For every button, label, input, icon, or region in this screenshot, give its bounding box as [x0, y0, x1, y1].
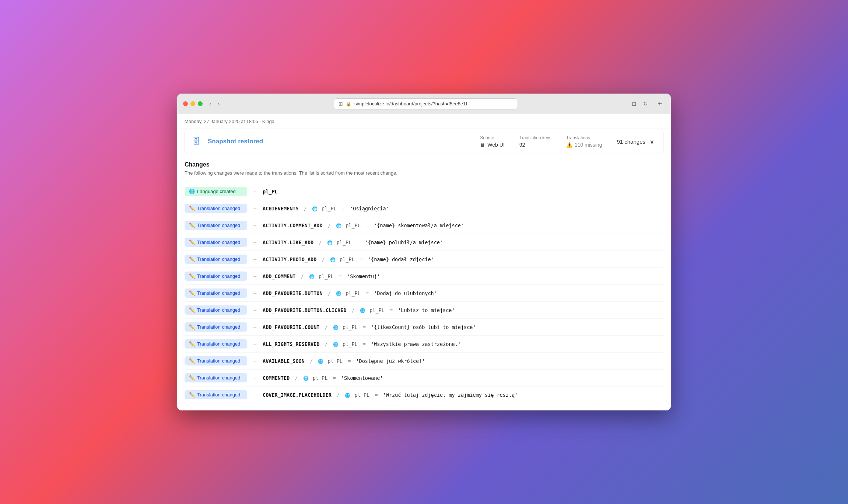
- list-item: ✏️ Translation changed → ACHIEVEMENTS / …: [185, 200, 663, 217]
- arrow-separator: →: [252, 324, 257, 330]
- edit-icon: ✏️: [189, 307, 195, 313]
- nav-buttons: ‹ ›: [207, 100, 222, 108]
- list-item: ✏️ Translation changed → ACTIVITY.PHOTO_…: [185, 251, 663, 268]
- list-item: ✏️ Translation changed → ADD_COMMENT / 🌐…: [185, 268, 663, 285]
- lock-icon: 🔒: [346, 101, 351, 106]
- address-bar[interactable]: ⊞ 🔒 simplelocalize.io/dashboard/projects…: [334, 98, 518, 109]
- list-item: ✏️ Translation changed → COMMENTED / 🌐 p…: [185, 370, 663, 386]
- snapshot-title: Snapshot restored: [208, 138, 473, 145]
- arrow-separator: →: [252, 189, 257, 195]
- list-item: ✏️ Translation changed → ADD_FAVOURITE.B…: [185, 302, 663, 319]
- refresh-button[interactable]: ↻: [641, 99, 650, 109]
- globe-icon: 🌐: [327, 240, 333, 245]
- changes-title: Changes: [185, 161, 663, 168]
- edit-icon: ✏️: [189, 290, 195, 296]
- change-detail: COMMENTED / 🌐 pl_PL = 'Skomentowane': [263, 375, 383, 381]
- edit-icon: ✏️: [189, 324, 195, 330]
- expand-button[interactable]: ∨: [648, 137, 656, 147]
- translation-changed-badge: ✏️ Translation changed: [185, 221, 247, 230]
- new-tab-button[interactable]: +: [655, 98, 665, 109]
- change-detail: ADD_FAVOURITE.COUNT / 🌐 pl_PL = '{likesC…: [263, 324, 476, 330]
- globe-icon: 🌐: [345, 393, 350, 398]
- arrow-separator: →: [252, 307, 257, 313]
- arrow-separator: →: [252, 358, 257, 364]
- warning-icon: ⚠️: [566, 142, 572, 148]
- change-detail: ACTIVITY.LIKE_ADD / 🌐 pl_PL = '{name} po…: [263, 239, 443, 245]
- globe-icon: 🌐: [312, 206, 318, 211]
- change-detail: AVAILABLE_SOON / 🌐 pl_PL = 'Dostępne już…: [263, 358, 425, 364]
- globe-icon: 🌐: [303, 376, 309, 381]
- translation-changed-badge: ✏️ Translation changed: [185, 272, 247, 281]
- arrow-separator: →: [252, 341, 257, 347]
- maximize-button[interactable]: [198, 101, 203, 106]
- edit-icon: ✏️: [189, 239, 195, 245]
- translation-changed-badge: ✏️ Translation changed: [185, 238, 247, 247]
- translations-section: Translations ⚠️ 110 missing: [566, 135, 602, 148]
- translate-button[interactable]: ⊡: [630, 99, 639, 109]
- arrow-separator: →: [252, 375, 257, 381]
- globe-icon: 🌐: [309, 274, 315, 279]
- globe-icon: 🌐: [333, 342, 339, 347]
- change-detail: ADD_FAVOURITE.BUTTON / 🌐 pl_PL = 'Dodaj …: [263, 290, 437, 296]
- list-item: ✏️ Translation changed → ALL_RIGHTS_RESE…: [185, 336, 663, 353]
- close-button[interactable]: [183, 101, 188, 106]
- datetime-bar: Monday, 27 January 2025 at 18:05 · Kinga: [177, 114, 671, 129]
- source-label: Source: [480, 135, 504, 140]
- list-item: ✏️ Translation changed → ADD_FAVOURITE.C…: [185, 319, 663, 336]
- datetime-text: Monday, 27 January 2025 at 18:05 · Kinga: [185, 119, 274, 124]
- translations-label: Translations: [566, 135, 602, 140]
- database-icon: 🗄: [192, 137, 200, 146]
- list-item: ✏️ Translation changed → ACTIVITY.LIKE_A…: [185, 234, 663, 251]
- list-item: ✏️ Translation changed → ADD_FAVOURITE.B…: [185, 285, 663, 302]
- translation-changed-badge: ✏️ Translation changed: [185, 356, 247, 365]
- arrow-separator: →: [252, 206, 257, 211]
- snapshot-meta: Source 🖥 Web UI Translation keys 92 Tran…: [480, 135, 656, 148]
- globe-icon: 🌐: [336, 291, 341, 296]
- translation-changed-badge: ✏️ Translation changed: [185, 322, 247, 332]
- change-detail: ACHIEVEMENTS / 🌐 pl_PL = 'Osiągnięcia': [263, 206, 389, 211]
- globe-icon: 🌐: [318, 359, 323, 364]
- browser-actions: ⊡ ↻: [630, 99, 650, 109]
- back-button[interactable]: ‹: [207, 100, 213, 108]
- minimize-button[interactable]: [190, 101, 195, 106]
- browser-chrome: ‹ › ⊞ 🔒 simplelocalize.io/dashboard/proj…: [177, 94, 671, 114]
- globe-icon: 🌐: [330, 257, 336, 262]
- source-section: Source 🖥 Web UI: [480, 135, 504, 148]
- edit-icon: ✏️: [189, 341, 195, 347]
- edit-icon: ✏️: [189, 223, 195, 228]
- arrow-separator: →: [252, 239, 257, 245]
- globe-icon: 🌐: [360, 308, 365, 313]
- translation-changed-badge: ✏️ Translation changed: [185, 255, 247, 264]
- language-created-badge: 🌐 Language created: [185, 187, 247, 196]
- translation-changed-badge: ✏️ Translation changed: [185, 305, 247, 315]
- source-value: 🖥 Web UI: [480, 142, 504, 148]
- change-detail: COVER_IMAGE.PLACEHOLDER / 🌐 pl_PL = 'Wrz…: [263, 392, 518, 398]
- browser-window: ‹ › ⊞ 🔒 simplelocalize.io/dashboard/proj…: [177, 94, 671, 410]
- browser-content: Monday, 27 January 2025 at 18:05 · Kinga…: [177, 114, 671, 410]
- list-item: 🌐 Language created → pl_PL: [185, 183, 663, 200]
- keys-value: 92: [519, 142, 551, 148]
- globe-icon: 🌐: [336, 223, 341, 228]
- change-detail: ADD_COMMENT / 🌐 pl_PL = 'Skomentuj': [263, 273, 380, 279]
- edit-icon: ✏️: [189, 375, 195, 381]
- changes-subtitle: The following changes were made to the t…: [185, 170, 663, 176]
- change-detail: ALL_RIGHTS_RESERVED / 🌐 pl_PL = 'Wszystk…: [263, 341, 461, 347]
- address-text: simplelocalize.io/dashboard/projects/?ha…: [354, 101, 513, 106]
- forward-button[interactable]: ›: [215, 100, 222, 108]
- change-detail: ACTIVITY.COMMENT_ADD / 🌐 pl_PL = '{name}…: [263, 223, 464, 228]
- change-detail: ACTIVITY.PHOTO_ADD / 🌐 pl_PL = '{name} d…: [263, 256, 434, 262]
- traffic-lights: [183, 101, 203, 106]
- translation-changed-badge: ✏️ Translation changed: [185, 339, 247, 349]
- change-detail: pl_PL: [263, 189, 278, 195]
- globe-icon: 🌐: [189, 189, 195, 194]
- list-item: ✏️ Translation changed → AVAILABLE_SOON …: [185, 353, 663, 370]
- translation-changed-badge: ✏️ Translation changed: [185, 288, 247, 298]
- arrow-separator: →: [252, 290, 257, 296]
- keys-label: Translation keys: [519, 135, 551, 140]
- monitor-icon: 🖥: [480, 142, 485, 148]
- edit-icon: ✏️: [189, 206, 195, 211]
- list-item: ✏️ Translation changed → COVER_IMAGE.PLA…: [185, 386, 663, 403]
- arrow-separator: →: [252, 392, 257, 398]
- arrow-separator: →: [252, 256, 257, 262]
- translation-changed-badge: ✏️ Translation changed: [185, 204, 247, 213]
